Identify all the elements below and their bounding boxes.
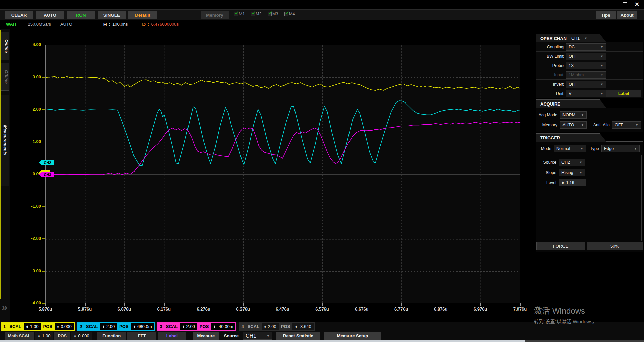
restore-icon[interactable] <box>622 4 626 7</box>
spin-control-icon[interactable]: ▲▼ <box>109 23 111 26</box>
invert-label: Invert <box>536 82 566 87</box>
spin-control-icon[interactable]: ▲▼ <box>147 23 149 26</box>
math-pos-input[interactable]: ▲▼0.000 <box>71 332 92 340</box>
m2-checkbox[interactable]: ✓ M2 <box>251 12 261 16</box>
y-tick-label: 0.00 <box>21 171 41 176</box>
trigger-tab: TRIGGER <box>536 133 606 142</box>
invert-select[interactable]: OFF ▼ <box>566 81 606 88</box>
spin-control-icon[interactable]: ▲▼ <box>57 325 59 328</box>
close-icon[interactable]: ✕ <box>635 2 639 7</box>
waveform-display[interactable]: CH3CH2 <box>45 45 520 303</box>
spin-control-icon[interactable]: ▲▼ <box>182 325 184 328</box>
anti-alias-select[interactable]: OFF ▼ <box>612 121 641 129</box>
ch3-number[interactable]: 3 <box>158 324 163 329</box>
m1-checkbox[interactable]: ✓ M1 <box>234 12 245 16</box>
ch4-number[interactable]: 4 <box>240 324 245 329</box>
tips-button[interactable]: Tips <box>596 11 616 19</box>
m3-label: M3 <box>272 12 278 16</box>
acq-mode-select[interactable]: NORM ▼ <box>560 111 587 119</box>
measure-source-select[interactable]: CH1 ▼ <box>243 332 272 340</box>
ch1-number[interactable]: 1 <box>2 324 7 329</box>
acquire-section: Acq Mode NORM ▼ Memory AUTO ▼ Anti_Alia … <box>536 108 643 132</box>
x-tick-mark <box>85 303 86 306</box>
spin-control-icon[interactable]: ▲▼ <box>26 325 28 328</box>
horizontal-scale-control[interactable]: H ▲▼ 100.0ns <box>103 21 128 27</box>
trigger-slope-select[interactable]: Rising ▼ <box>559 169 585 176</box>
delay-control[interactable]: D ▲▼ 6.47600000us <box>142 21 179 27</box>
trigger-mode-select[interactable]: Normal ▼ <box>554 145 586 152</box>
spin-control-icon[interactable]: ▲▼ <box>264 325 266 328</box>
ch2-number[interactable]: 2 <box>78 324 84 329</box>
coupling-select[interactable]: DC ▼ <box>566 43 606 51</box>
default-button[interactable]: Default <box>128 11 157 19</box>
fft-button[interactable]: FFT <box>127 332 156 340</box>
about-button[interactable]: About <box>617 11 637 19</box>
oper-chan-tab[interactable]: OPER CHAN CH1 ▼ <box>536 34 606 42</box>
x-tick-label: 6.876u <box>431 306 451 312</box>
x-tick-mark <box>362 303 362 306</box>
active-tab-stripe <box>0 30 1 299</box>
m4-checkbox[interactable]: ✓ M4 <box>284 12 295 16</box>
tab-offline[interactable]: Offline <box>1 63 9 91</box>
trigger-section: Mode Normal ▼ Type Edge ▼ Source CH2 ▼ <box>536 142 643 252</box>
acq-memory-value: AUTO <box>562 123 574 127</box>
single-button[interactable]: SINGLE <box>98 11 126 19</box>
spin-control-icon[interactable]: ▲▼ <box>562 181 564 184</box>
chevron-down-icon: ▼ <box>581 123 584 127</box>
math-scale-input[interactable]: ▲▼1.00 <box>35 332 53 340</box>
x-tick-mark <box>45 303 46 306</box>
minimize-icon[interactable] <box>608 6 613 6</box>
ch3-pos-input[interactable]: ▲▼-40.00m <box>211 323 235 330</box>
spin-control-icon[interactable]: ▲▼ <box>133 325 136 328</box>
auto-button[interactable]: AUTO <box>36 11 64 19</box>
fifty-percent-button[interactable]: 50% <box>587 242 643 250</box>
bw-limit-select[interactable]: OFF ▼ <box>566 53 606 60</box>
ch4-pos-input[interactable]: ▲▼-3.640 <box>292 323 313 330</box>
force-button[interactable]: FORCE <box>536 242 585 250</box>
chevron-down-icon: ▼ <box>267 334 270 338</box>
spin-control-icon[interactable]: ▲▼ <box>38 334 40 338</box>
measure-button[interactable]: Measure <box>193 332 219 340</box>
y-tick-label: -4.00 <box>21 300 41 305</box>
spin-control-icon[interactable]: ▲▼ <box>102 325 104 328</box>
x-scroll-arrows-icon[interactable]: » <box>522 306 524 311</box>
acq-memory-select[interactable]: AUTO ▼ <box>560 121 587 129</box>
measure-setup-button[interactable]: Measure Setup <box>324 332 381 340</box>
spin-control-icon[interactable]: ▲▼ <box>74 334 76 338</box>
ch3-scale-input[interactable]: ▲▼2.00 <box>180 323 197 330</box>
ch2-scale-input[interactable]: ▲▼2.00 <box>100 323 117 330</box>
tab-online[interactable]: Online <box>1 32 9 60</box>
status-bar: WAIT 250.0MSa/s AUTO H ▲▼ 100.0ns D ▲▼ 6… <box>0 20 644 29</box>
clear-button[interactable]: CLEAR <box>5 11 33 19</box>
function-button[interactable]: Function <box>97 332 126 340</box>
m3-checkbox[interactable]: ✓ M3 <box>268 12 278 16</box>
trigger-source-select[interactable]: CH2 ▼ <box>559 159 585 166</box>
x-tick-label: 5.976u <box>75 306 95 312</box>
channel-label-button[interactable]: Label <box>606 90 641 97</box>
run-button[interactable]: RUN <box>67 11 95 19</box>
ch2-pos-input[interactable]: ▲▼680.0m <box>131 323 154 330</box>
ch1-scale-input[interactable]: ▲▼1.00 <box>24 323 41 330</box>
oper-chan-header: OPER CHAN CH1 ▼ <box>536 34 643 42</box>
trigger-type-select[interactable]: Edge ▼ <box>601 145 640 152</box>
ch1-pos-input[interactable]: ▲▼0.000 <box>55 323 74 330</box>
chevron-down-icon[interactable]: ▼ <box>584 37 587 40</box>
trigger-slope-value: Rising <box>561 170 573 175</box>
reset-statistic-button[interactable]: Reset Statistic <box>276 332 320 340</box>
unit-select[interactable]: V ▼ <box>566 90 606 97</box>
y-tick-label: -2.00 <box>21 236 41 241</box>
probe-select[interactable]: 1X ▼ <box>566 62 606 69</box>
trigger-status: WAIT <box>6 22 17 27</box>
ch4-scale-input[interactable]: ▲▼2.00 <box>262 323 279 330</box>
trigger-level-input[interactable]: ▲▼ 1.16 <box>559 179 586 186</box>
spin-control-icon[interactable]: ▲▼ <box>295 325 297 328</box>
tab-measurements[interactable]: Measurements <box>1 95 9 186</box>
measure-source-label: Source <box>224 333 239 338</box>
math-scal-label: Math SCAL <box>5 332 34 340</box>
x-tick-mark <box>480 303 481 306</box>
memory-button[interactable]: Memory <box>201 11 229 19</box>
measure-source-value: CH1 <box>246 333 256 339</box>
math-label-button[interactable]: Label <box>158 332 186 340</box>
spin-control-icon[interactable]: ▲▼ <box>213 325 215 328</box>
expand-panel-icon[interactable]: » <box>1 301 6 314</box>
